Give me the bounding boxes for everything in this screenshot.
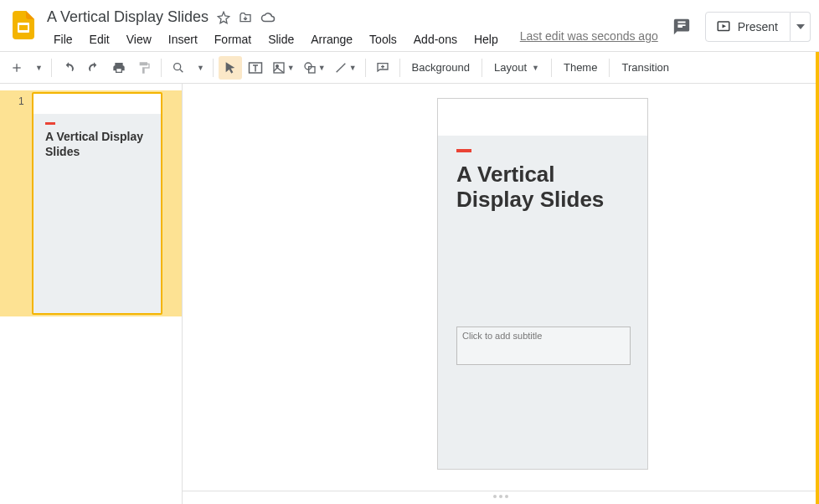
- slides-logo[interactable]: [7, 8, 40, 42]
- side-panel-strip[interactable]: [816, 52, 819, 504]
- comment-button[interactable]: [371, 56, 394, 80]
- menu-edit[interactable]: Edit: [83, 29, 116, 49]
- menu-file[interactable]: File: [47, 29, 80, 49]
- theme-button[interactable]: Theme: [557, 56, 604, 80]
- toolbar: ▼ ▼ ▼ ▼ ▼ Background Layout▼ Theme: [0, 52, 819, 84]
- transition-button[interactable]: Transition: [615, 56, 676, 80]
- menu-slide[interactable]: Slide: [261, 29, 301, 49]
- present-label: Present: [738, 20, 778, 33]
- cloud-status-icon[interactable]: [260, 11, 276, 24]
- layout-label: Layout: [494, 61, 527, 74]
- menu-bar: File Edit View Insert Format Slide Arran…: [47, 29, 658, 49]
- subtitle-placeholder[interactable]: Click to add subtitle: [456, 327, 631, 365]
- last-edit-link[interactable]: Last edit was seconds ago: [520, 29, 658, 49]
- shape-tool[interactable]: ▼: [300, 56, 329, 80]
- svg-point-3: [174, 63, 181, 69]
- separator: [551, 59, 552, 77]
- svg-rect-8: [308, 66, 314, 72]
- new-slide-dropdown[interactable]: ▼: [30, 56, 46, 80]
- layout-button[interactable]: Layout▼: [487, 56, 546, 80]
- redo-button[interactable]: [82, 56, 106, 80]
- header-right: Present: [670, 12, 811, 42]
- separator: [399, 59, 400, 77]
- workspace: 1 A Vertical Display Slides A Vertical D…: [0, 84, 819, 504]
- drag-handle-icon[interactable]: [493, 495, 508, 498]
- line-tool[interactable]: ▼: [331, 56, 360, 80]
- thumb-header-bar: [33, 94, 161, 114]
- slide-thumbnail[interactable]: A Vertical Display Slides: [32, 92, 162, 315]
- separator: [482, 59, 482, 77]
- slide-title[interactable]: A Vertical Display Slides: [456, 162, 629, 213]
- canvas-content: A Vertical Display Slides: [438, 136, 647, 213]
- menu-tools[interactable]: Tools: [363, 29, 404, 49]
- present-dropdown[interactable]: [791, 12, 811, 42]
- separator: [213, 59, 214, 77]
- svg-rect-1: [19, 25, 28, 30]
- menu-arrange[interactable]: Arrange: [304, 29, 359, 49]
- print-button[interactable]: [107, 56, 131, 80]
- textbox-tool[interactable]: [244, 56, 267, 80]
- menu-view[interactable]: View: [120, 29, 158, 49]
- separator: [609, 59, 610, 77]
- slide-number: 1: [18, 95, 24, 107]
- zoom-dropdown[interactable]: ▼: [192, 56, 208, 80]
- move-icon[interactable]: [239, 11, 252, 24]
- paint-format-button[interactable]: [132, 56, 156, 80]
- present-button[interactable]: Present: [705, 12, 791, 42]
- filmstrip-slide[interactable]: 1 A Vertical Display Slides: [0, 90, 182, 316]
- accent-bar-icon: [45, 122, 55, 125]
- slide-canvas[interactable]: A Vertical Display Slides Click to add s…: [438, 99, 647, 469]
- undo-button[interactable]: [57, 56, 80, 80]
- svg-point-6: [276, 64, 279, 67]
- title-area: A Vertical Display Slides File Edit View…: [47, 7, 658, 49]
- image-tool[interactable]: ▼: [269, 56, 298, 80]
- new-slide-button[interactable]: [5, 56, 28, 80]
- accent-bar-icon: [456, 149, 471, 152]
- menu-help[interactable]: Help: [467, 29, 505, 49]
- menu-insert[interactable]: Insert: [162, 29, 204, 49]
- menu-format[interactable]: Format: [208, 29, 258, 49]
- document-title[interactable]: A Vertical Display Slides: [47, 8, 209, 26]
- canvas-header-bar: [438, 99, 647, 136]
- star-icon[interactable]: [217, 11, 230, 24]
- comments-icon[interactable]: [670, 15, 693, 39]
- separator: [161, 59, 162, 77]
- header: A Vertical Display Slides File Edit View…: [0, 0, 819, 52]
- zoom-button[interactable]: [167, 56, 190, 80]
- present-button-group: Present: [705, 12, 811, 42]
- background-button[interactable]: Background: [405, 56, 476, 80]
- separator: [365, 59, 366, 77]
- speaker-notes-bar[interactable]: [183, 491, 819, 504]
- menu-addons[interactable]: Add-ons: [407, 29, 464, 49]
- canvas-area[interactable]: A Vertical Display Slides Click to add s…: [183, 84, 819, 504]
- separator: [51, 59, 52, 77]
- thumb-title: A Vertical Display Slides: [45, 130, 149, 159]
- filmstrip[interactable]: 1 A Vertical Display Slides: [0, 84, 183, 504]
- thumb-content: A Vertical Display Slides: [33, 114, 161, 167]
- select-tool[interactable]: [219, 56, 242, 80]
